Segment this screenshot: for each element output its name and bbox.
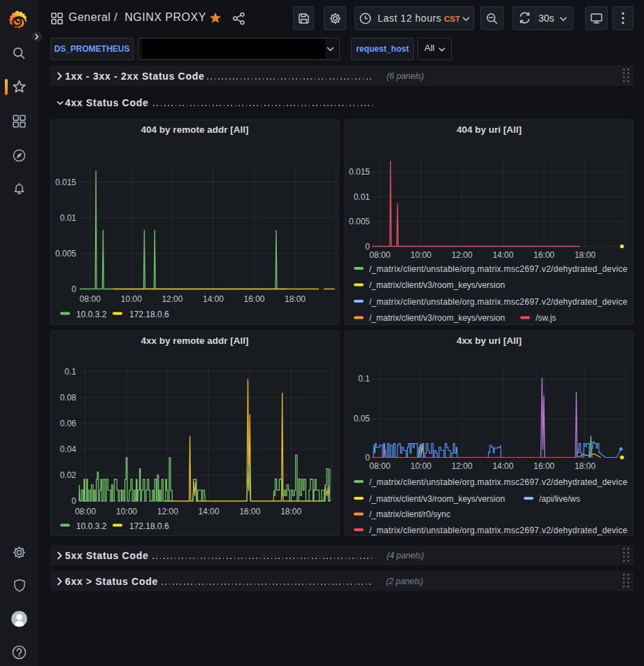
svg-text:0.1: 0.1 [358,374,370,384]
svg-text:/_matrix/client/unstable/org.m: /_matrix/client/unstable/org.matrix.msc2… [369,477,628,487]
svg-text:18:00: 18:00 [285,294,306,304]
svg-text:/_matrix/client/r0/sync: /_matrix/client/r0/sync [369,509,450,519]
svg-text:08:00: 08:00 [80,294,101,304]
svg-text:12:00: 12:00 [452,250,473,260]
svg-text:0.005: 0.005 [349,217,370,226]
svg-text:12:00: 12:00 [157,507,178,516]
svg-text:10.0.3.2: 10.0.3.2 [76,310,107,319]
svg-text:/_matrix/client/unstable/org.m: /_matrix/client/unstable/org.matrix.msc2… [369,526,628,535]
svg-text:0.015: 0.015 [349,167,370,177]
svg-text:0.1: 0.1 [64,367,76,377]
svg-text:12:00: 12:00 [452,461,473,471]
svg-text:/_matrix/client/v3/room_keys/v: /_matrix/client/v3/room_keys/version [369,494,505,504]
svg-text:0: 0 [71,284,76,294]
svg-text:0.04: 0.04 [60,444,77,454]
svg-text:0.06: 0.06 [60,419,77,428]
svg-text:14:00: 14:00 [492,461,513,471]
svg-text:14:00: 14:00 [492,250,513,260]
svg-text:16:00: 16:00 [534,461,554,471]
svg-text:16:00: 16:00 [534,250,554,260]
svg-text:0.08: 0.08 [60,393,77,403]
svg-text:0.02: 0.02 [60,470,77,480]
svg-text:18:00: 18:00 [280,507,301,516]
svg-text:10:00: 10:00 [410,461,431,471]
svg-text:10.0.3.2: 10.0.3.2 [76,521,107,531]
svg-text:08:00: 08:00 [75,507,96,516]
svg-text:0: 0 [71,496,76,506]
svg-text:0.015: 0.015 [55,178,76,187]
svg-text:/_matrix/client/v3/room_keys/v: /_matrix/client/v3/room_keys/version [369,280,505,290]
svg-text:/_matrix/client/v3/room_keys/v: /_matrix/client/v3/room_keys/version [369,313,505,323]
svg-text:0.01: 0.01 [60,213,77,223]
svg-text:0.05: 0.05 [354,414,371,424]
svg-text:/_matrix/client/unstable/org.m: /_matrix/client/unstable/org.matrix.msc2… [369,297,628,307]
svg-text:18:00: 18:00 [575,250,596,260]
svg-text:08:00: 08:00 [369,250,390,260]
svg-text:0.005: 0.005 [55,249,76,259]
svg-text:/api/live/ws: /api/live/ws [539,494,580,504]
svg-text:16:00: 16:00 [239,507,260,516]
svg-text:10:00: 10:00 [116,507,137,516]
svg-text:0.01: 0.01 [354,192,371,202]
svg-text:14:00: 14:00 [203,294,224,304]
svg-text:16:00: 16:00 [243,294,264,304]
svg-text:08:00: 08:00 [369,461,390,471]
svg-text:14:00: 14:00 [199,507,220,516]
svg-text:10:00: 10:00 [121,294,142,304]
svg-text:18:00: 18:00 [575,461,596,471]
svg-text:12:00: 12:00 [162,294,183,304]
svg-text:172.18.0.6: 172.18.0.6 [129,310,169,319]
svg-text:10:00: 10:00 [410,250,431,260]
svg-text:172.18.0.6: 172.18.0.6 [129,521,169,531]
svg-text:/_matrix/client/unstable/org.m: /_matrix/client/unstable/org.matrix.msc2… [369,264,628,274]
svg-text:/sw.js: /sw.js [536,313,556,323]
